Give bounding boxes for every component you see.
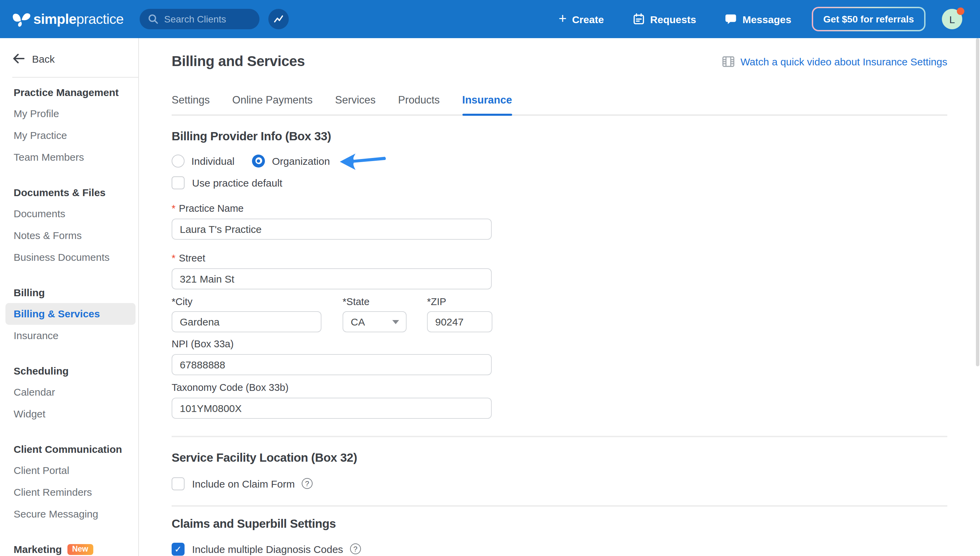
requests-clipboard-icon bbox=[632, 13, 645, 25]
tab-bar: SettingsOnline PaymentsServicesProductsI… bbox=[171, 93, 947, 116]
city-input[interactable] bbox=[171, 311, 322, 332]
tab-services[interactable]: Services bbox=[335, 93, 375, 115]
top-navigation-bar: simplepractice Search Clients + Create bbox=[0, 0, 980, 38]
taxonomy-label: Taxonomy Code (Box 33b) bbox=[171, 381, 947, 394]
plus-icon: + bbox=[559, 11, 567, 25]
page-header: Billing and Services Watch a quick video… bbox=[171, 38, 947, 71]
sidebar-item-team-members[interactable]: Team Members bbox=[5, 146, 136, 168]
create-button[interactable]: + Create bbox=[559, 13, 604, 25]
radio-individual[interactable] bbox=[171, 154, 184, 167]
include-claim-form-row: Include on Claim Form ? bbox=[171, 476, 947, 491]
sidebar-item-business-documents[interactable]: Business Documents bbox=[5, 247, 136, 268]
page-title: Billing and Services bbox=[171, 53, 305, 70]
notification-dot bbox=[957, 8, 964, 15]
taxonomy-input[interactable] bbox=[171, 398, 492, 419]
include-claim-form-checkbox[interactable] bbox=[171, 477, 184, 490]
settings-sidebar: Back Practice ManagementMy ProfileMy Pra… bbox=[0, 38, 139, 556]
search-icon bbox=[148, 14, 158, 24]
back-arrow-icon bbox=[12, 53, 25, 64]
main-content: Billing and Services Watch a quick video… bbox=[139, 38, 980, 556]
activity-button[interactable] bbox=[268, 9, 289, 29]
sidebar-section-header: Billing bbox=[0, 286, 138, 300]
trending-line-icon bbox=[272, 13, 285, 25]
radio-organization-label[interactable]: Organization bbox=[272, 155, 330, 166]
city-state-zip-row: *City *State CA *ZIP bbox=[171, 289, 947, 332]
new-badge: New bbox=[68, 544, 93, 555]
app-root: simplepractice Search Clients + Create bbox=[0, 0, 980, 556]
radio-organization[interactable] bbox=[252, 154, 265, 167]
referral-button-border: Get $50 for referrals bbox=[812, 7, 925, 31]
sidebar-item-insurance[interactable]: Insurance bbox=[5, 325, 136, 347]
billing-provider-heading: Billing Provider Info (Box 33) bbox=[171, 128, 947, 144]
multiple-diagnosis-label[interactable]: Include multiple Diagnosis Codes bbox=[192, 543, 343, 554]
npi-input[interactable] bbox=[171, 354, 492, 375]
user-avatar[interactable]: L bbox=[942, 9, 962, 29]
requests-button[interactable]: Requests bbox=[632, 13, 696, 25]
state-label: *State bbox=[343, 295, 407, 309]
section-divider bbox=[171, 436, 947, 437]
include-claim-form-label[interactable]: Include on Claim Form bbox=[192, 478, 295, 489]
sidebar-section-header: Documents & Files bbox=[0, 186, 138, 199]
multiple-diagnosis-row: ✓ Include multiple Diagnosis Codes ? bbox=[171, 541, 947, 556]
simplepractice-logo[interactable]: simplepractice bbox=[12, 0, 124, 38]
city-label: *City bbox=[171, 295, 322, 309]
annotation-arrow-icon bbox=[340, 152, 387, 171]
sidebar-item-secure-messaging[interactable]: Secure Messaging bbox=[5, 503, 136, 525]
zip-input[interactable] bbox=[427, 311, 492, 332]
zip-label: *ZIP bbox=[427, 295, 492, 309]
street-label: *Street bbox=[171, 251, 947, 265]
back-button[interactable]: Back bbox=[0, 38, 138, 67]
state-select[interactable]: CA bbox=[343, 311, 407, 332]
logo-wordmark: simplepractice bbox=[33, 11, 124, 27]
sidebar-item-my-practice[interactable]: My Practice bbox=[5, 124, 136, 146]
sidebar-item-notes-forms[interactable]: Notes & Forms bbox=[5, 225, 136, 247]
service-facility-heading: Service Facility Location (Box 32) bbox=[171, 449, 947, 466]
help-icon[interactable]: ? bbox=[350, 543, 361, 554]
search-clients-input[interactable]: Search Clients bbox=[140, 9, 259, 29]
sidebar-section-header: Practice Management bbox=[0, 86, 138, 99]
sidebar-divider bbox=[12, 77, 138, 78]
sidebar-item-widget[interactable]: Widget bbox=[5, 403, 136, 425]
section-divider bbox=[171, 505, 947, 507]
watch-video-link[interactable]: Watch a quick video about Insurance Sett… bbox=[722, 55, 947, 68]
use-practice-default-label[interactable]: Use practice default bbox=[192, 177, 282, 188]
practice-name-input[interactable] bbox=[171, 218, 492, 240]
sidebar-item-my-profile[interactable]: My Profile bbox=[5, 103, 136, 124]
npi-label: NPI (Box 33a) bbox=[171, 337, 947, 351]
street-input[interactable] bbox=[171, 268, 492, 289]
topbar-actions: + Create Requests bbox=[559, 0, 962, 38]
sidebar-item-billing-services[interactable]: Billing & Services bbox=[5, 303, 136, 325]
sidebar-item-calendar[interactable]: Calendar bbox=[5, 381, 136, 403]
tab-insurance[interactable]: Insurance bbox=[462, 93, 512, 115]
tab-products[interactable]: Products bbox=[398, 93, 440, 115]
help-icon[interactable]: ? bbox=[302, 478, 312, 489]
tab-settings[interactable]: Settings bbox=[171, 93, 210, 115]
film-strip-icon bbox=[722, 55, 735, 68]
use-practice-default-row: Use practice default bbox=[171, 175, 947, 190]
sidebar-item-documents[interactable]: Documents bbox=[5, 203, 136, 225]
claims-superbill-heading: Claims and Superbill Settings bbox=[171, 516, 947, 532]
sidebar-item-client-reminders[interactable]: Client Reminders bbox=[5, 482, 136, 503]
use-practice-default-checkbox[interactable] bbox=[171, 176, 184, 189]
chat-bubble-icon bbox=[724, 13, 737, 25]
search-placeholder: Search Clients bbox=[164, 14, 226, 24]
multiple-diagnosis-checkbox[interactable]: ✓ bbox=[171, 542, 184, 555]
sidebar-section-header: MarketingNew bbox=[0, 543, 138, 556]
provider-type-radio-group: Individual Organization bbox=[171, 152, 947, 169]
sidebar-section-header: Client Communication bbox=[0, 443, 138, 456]
sidebar-section-header: Scheduling bbox=[0, 364, 138, 378]
sidebar-item-client-portal[interactable]: Client Portal bbox=[5, 460, 136, 482]
practice-name-label: *Practice Name bbox=[171, 202, 947, 215]
tab-online-payments[interactable]: Online Payments bbox=[232, 93, 312, 115]
sidebar-nav: Practice ManagementMy ProfileMy Practice… bbox=[0, 86, 138, 556]
butterfly-logo-icon bbox=[12, 11, 31, 27]
radio-individual-label[interactable]: Individual bbox=[191, 155, 234, 166]
get-50-referrals-button[interactable]: Get $50 for referrals bbox=[813, 8, 924, 30]
messages-button[interactable]: Messages bbox=[724, 13, 791, 25]
chevron-down-icon bbox=[392, 320, 399, 324]
